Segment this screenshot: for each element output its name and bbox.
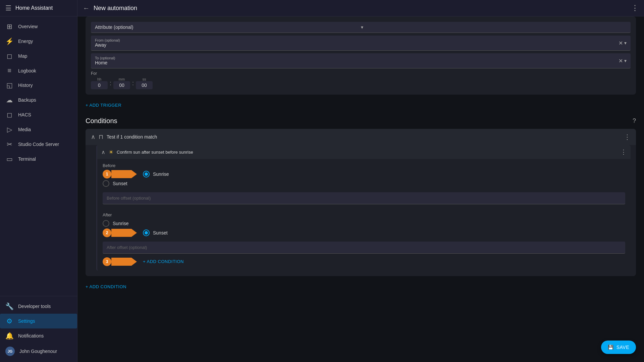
energy-icon: ⚡ xyxy=(5,37,13,45)
attribute-chevron-icon: ▾ xyxy=(361,24,627,30)
sidebar-label-energy: Energy xyxy=(18,39,33,44)
for-section: For hh 0 : mm 00 : ss 00 xyxy=(91,71,631,89)
from-clear-icon[interactable]: ✕ xyxy=(619,40,623,46)
after-sunrise-radio[interactable]: Sunrise xyxy=(103,220,625,227)
sun-condition-icon: ☀ xyxy=(109,149,113,155)
save-icon: 💾 xyxy=(608,345,614,350)
settings-icon: ⚙ xyxy=(5,317,13,325)
sidebar: ☰ Home Assistant ⊞ Overview ⚡ Energy ◻ M… xyxy=(0,0,77,362)
to-clear-icon[interactable]: ✕ xyxy=(619,58,623,64)
add-condition-outer-button[interactable]: + ADD CONDITION xyxy=(86,281,126,292)
annotation-arrow-body-3 xyxy=(111,258,131,266)
to-input-row[interactable]: To (optional) ✕ ▾ xyxy=(91,53,631,68)
add-trigger-label: + ADD TRIGGER xyxy=(86,103,121,108)
annotation-arrow-tip-1 xyxy=(131,170,137,178)
sidebar-item-map[interactable]: ◻ Map xyxy=(0,49,77,63)
to-field: To (optional) ✕ ▾ xyxy=(91,53,631,68)
seconds-input[interactable]: 00 xyxy=(136,81,153,89)
overview-icon: ⊞ xyxy=(5,22,13,31)
annotation-arrow-body-2 xyxy=(111,229,131,237)
after-sunrise-circle[interactable] xyxy=(103,220,109,227)
before-sunset-label: Sunset xyxy=(113,181,127,186)
sub-more-icon[interactable]: ⋮ xyxy=(621,148,627,156)
sidebar-bottom: 🔧 Developer tools ⚙ Settings 🔔 Notificat… xyxy=(0,296,77,362)
sidebar-item-logbook[interactable]: ≡ Logbook xyxy=(0,63,77,78)
from-input-row[interactable]: From (optional) ✕ ▾ xyxy=(91,36,631,51)
group-collapse-icon[interactable]: ∧ xyxy=(91,133,95,141)
group-condition-icon: ⊓ xyxy=(99,133,103,141)
save-button[interactable]: 💾 SAVE xyxy=(601,341,636,354)
time-colon-2: : xyxy=(131,80,135,87)
sidebar-item-notifications[interactable]: 🔔 Notifications xyxy=(0,328,77,343)
before-sunset-radio[interactable]: Sunset xyxy=(103,180,625,187)
from-input[interactable] xyxy=(95,42,619,48)
sidebar-item-media[interactable]: ▷ Media xyxy=(0,122,77,137)
sidebar-item-hacs[interactable]: ◻ HACS xyxy=(0,107,77,122)
sidebar-item-user[interactable]: JG John Goughenour xyxy=(0,343,77,359)
annotation-badge-1: 1 xyxy=(103,170,111,178)
user-name: John Goughenour xyxy=(19,349,57,354)
sidebar-label-settings: Settings xyxy=(18,318,35,324)
attribute-field: Attribute (optional) ▾ xyxy=(91,22,631,33)
add-condition-inner-button[interactable]: + ADD CONDITION xyxy=(143,256,184,267)
before-sunrise-radio[interactable]: Sunrise xyxy=(143,171,625,177)
before-sunrise-circle[interactable] xyxy=(143,171,150,177)
sidebar-label-terminal: Terminal xyxy=(18,156,36,162)
attribute-label: Attribute (optional) xyxy=(95,24,361,30)
menu-icon[interactable]: ☰ xyxy=(5,4,11,12)
sub-condition-header: ∧ ☀ Confirm sun after sunset before sunr… xyxy=(97,145,631,159)
after-sunset-circle[interactable] xyxy=(143,229,150,236)
sidebar-label-history: History xyxy=(18,83,33,88)
sidebar-header: ☰ Home Assistant xyxy=(0,0,77,16)
to-chevron-icon: ▾ xyxy=(624,58,627,63)
before-sunset-circle[interactable] xyxy=(103,180,109,187)
sidebar-item-energy[interactable]: ⚡ Energy xyxy=(0,34,77,49)
hours-input[interactable]: 0 xyxy=(91,81,108,89)
add-trigger-button[interactable]: + ADD TRIGGER xyxy=(86,100,121,110)
backups-icon: ☁ xyxy=(5,96,13,104)
sidebar-label-studio: Studio Code Server xyxy=(18,142,59,147)
condition-group: ∧ ⊓ Test if 1 condition match ⋮ ∧ ☀ Conf… xyxy=(86,129,636,276)
after-sunset-radio[interactable]: Sunset xyxy=(143,229,625,236)
page-title: New automation xyxy=(94,5,627,12)
from-field: From (optional) ✕ ▾ xyxy=(91,36,631,51)
avatar: JG xyxy=(5,347,15,356)
sidebar-item-studio[interactable]: ✂ Studio Code Server xyxy=(0,137,77,152)
back-button[interactable]: ← xyxy=(83,4,90,12)
topbar: ← New automation ⋮ xyxy=(77,0,644,16)
sidebar-item-settings[interactable]: ⚙ Settings xyxy=(0,314,77,328)
sidebar-label-media: Media xyxy=(18,127,31,132)
to-input[interactable] xyxy=(95,60,619,65)
annotation-badge-2: 2 xyxy=(103,228,111,237)
developer-icon: 🔧 xyxy=(5,302,13,310)
attribute-select[interactable]: Attribute (optional) ▾ xyxy=(91,22,631,33)
sidebar-item-backups[interactable]: ☁ Backups xyxy=(0,93,77,107)
logbook-icon: ≡ xyxy=(5,67,13,74)
before-label: Before xyxy=(103,163,625,168)
minutes-input[interactable]: 00 xyxy=(113,81,130,89)
before-offset-input[interactable] xyxy=(103,192,625,204)
minutes-col: mm 00 xyxy=(113,77,130,89)
condition-group-header: ∧ ⊓ Test if 1 condition match ⋮ xyxy=(86,129,636,145)
add-condition-outer-label: + ADD CONDITION xyxy=(86,284,126,289)
sidebar-item-history[interactable]: ◱ History xyxy=(0,78,77,93)
sidebar-item-developer[interactable]: 🔧 Developer tools xyxy=(0,299,77,314)
conditions-help-icon[interactable]: ? xyxy=(633,117,636,124)
after-sunrise-label: Sunrise xyxy=(113,221,128,226)
annotation-badge-3: 3 xyxy=(103,257,111,266)
annotation-arrow-tip-2 xyxy=(131,229,137,237)
group-more-icon[interactable]: ⋮ xyxy=(624,133,631,141)
annotation-arrow-body-1 xyxy=(111,170,131,178)
sidebar-item-overview[interactable]: ⊞ Overview xyxy=(0,19,77,34)
terminal-icon: ▭ xyxy=(5,155,13,163)
media-icon: ▷ xyxy=(5,125,13,134)
sidebar-item-terminal[interactable]: ▭ Terminal xyxy=(0,152,77,166)
add-condition-inner-wrapper: 3 + ADD CONDITION xyxy=(143,256,625,267)
before-sunrise-wrapper: 1 Sunrise xyxy=(143,171,625,177)
sidebar-label-backups: Backups xyxy=(18,97,36,103)
sub-collapse-icon[interactable]: ∧ xyxy=(101,149,105,155)
more-options-icon[interactable]: ⋮ xyxy=(631,4,639,12)
after-offset-input[interactable] xyxy=(103,242,625,254)
hours-col: hh 0 xyxy=(91,77,108,89)
from-chevron-icon: ▾ xyxy=(624,40,627,46)
